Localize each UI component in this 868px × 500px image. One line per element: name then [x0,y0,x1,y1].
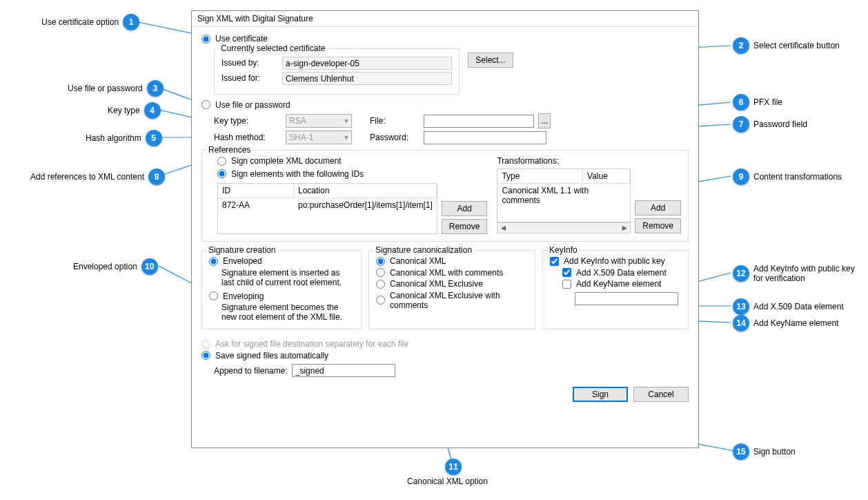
callout-9: 9Content transformations [733,169,842,185]
table-row[interactable]: 872-AA po:purchaseOrder[1]/items[1]/item… [218,198,437,212]
canon-xml-radio[interactable]: Canonical XML [376,256,446,266]
file-label: File: [370,116,420,126]
append-filename-input[interactable] [292,364,395,377]
trans-add-button[interactable]: Add [635,200,681,215]
hash-method-dropdown[interactable]: SHA-1 ▾ [286,131,352,144]
location-header[interactable]: Location [294,184,437,198]
sign-complete-label: Sign complete XML document [231,156,342,166]
trans-value-header[interactable]: Value [583,169,630,183]
file-input[interactable] [424,115,534,128]
use-file-password-radio[interactable]: Use file or password [201,100,290,110]
callout-7: 7Password field [733,116,807,133]
key-type-label: Key type: [214,116,282,126]
canon-xml-exclusive-radio[interactable]: Canonical XML Exclusive [376,279,483,289]
horizontal-scrollbar[interactable]: ◄ ► [497,222,631,233]
callout-3: Use file or password3 [68,80,164,97]
use-file-password-label: Use file or password [215,100,290,110]
chevron-down-icon: ▾ [344,133,348,142]
callout-4: Key type4 [108,102,161,119]
issued-for-label: Issued for: [221,73,278,83]
add-keyname-checkbox[interactable]: Add KeyName element [562,279,661,289]
canon-xml-exclusive-comments-radio[interactable]: Canonical XML Exclusive with comments [376,291,528,310]
enveloping-radio[interactable]: Enveloping [209,291,264,301]
sign-complete-radio[interactable]: Sign complete XML document [217,156,342,166]
cert-group-legend: Currently selected certificate [219,44,327,53]
callout-11: Canonical XML option [407,477,488,486]
issued-by-label: Issued by: [221,58,278,68]
callout-8: Add references to XML content8 [30,169,165,185]
callout-15: 15Sign button [733,443,796,460]
callout-13: 13Add X.509 Data element [733,298,844,315]
svg-line-0 [138,22,198,35]
enveloped-label: Enveloped [223,256,262,266]
issued-for-value: Clemens Uhlenhut [282,72,452,85]
select-certificate-button[interactable]: Select... [468,52,513,68]
enveloping-label: Enveloping [223,291,264,301]
callout-1: Use certificate option1 [41,14,139,30]
callout-6: 6PFX file [733,94,782,110]
cancel-button[interactable]: Cancel [633,387,689,402]
key-type-value: RSA [289,116,306,126]
keyname-input[interactable] [575,292,678,305]
callout-14: 14Add KeyName element [733,315,838,331]
save-auto-radio[interactable]: Save signed files automatically [201,351,328,360]
scroll-right-icon[interactable]: ► [619,223,630,233]
transformations-label: Transformations: [497,156,681,166]
callout-10: Enveloped option10 [73,258,158,275]
hash-method-label: Hash method: [214,133,282,142]
references-legend: References [206,145,253,155]
callout-2: 2Select certificate button [733,37,840,54]
enveloped-radio[interactable]: Enveloped [209,256,262,266]
password-label: Password: [370,133,420,142]
chevron-down-icon: ▾ [344,116,348,126]
use-certificate-label: Use certificate [215,34,268,44]
id-header[interactable]: ID [218,184,294,198]
sig-creation-legend: Signature creation [206,245,277,255]
key-type-dropdown[interactable]: RSA ▾ [286,114,352,128]
issued-by-value: a-sign-developer-05 [282,57,452,70]
canon-legend: Signature canonicalization [373,245,474,255]
use-certificate-radio[interactable]: Use certificate [201,34,268,44]
location-cell: po:purchaseOrder[1]/items[1]/item[1] [294,198,437,212]
callout-12: 12Add KeyInfo with public key for verifi… [733,264,864,283]
trans-type-header[interactable]: Type [497,169,583,183]
sign-button[interactable]: Sign [573,387,628,402]
id-cell: 872-AA [218,198,294,212]
append-filename-label: Append to filename: [214,366,288,376]
callout-11b: 11 [445,459,462,475]
trans-remove-button[interactable]: Remove [635,218,681,233]
sign-ids-label: Sign elements with the following IDs [231,169,364,179]
enveloped-desc: Signature element is inserted as last ch… [221,268,354,287]
add-keyinfo-checkbox[interactable]: Add KeyInfo with public key [550,256,665,266]
dialog-title: Sign XML with Digital Signature [192,11,698,27]
table-row[interactable]: Canonical XML 1.1 with comments [497,184,630,207]
refs-add-button[interactable]: Add [442,201,488,216]
callout-5: Hash algorithm5 [86,130,162,146]
password-input[interactable] [424,131,546,144]
canon-xml-comments-radio[interactable]: Canonical XML with comments [376,268,503,278]
sign-xml-dialog: Sign XML with Digital Signature Use cert… [191,10,699,448]
sign-ids-radio[interactable]: Sign elements with the following IDs [217,169,364,179]
refs-remove-button[interactable]: Remove [442,219,488,234]
file-browse-button[interactable]: ... [538,113,551,128]
ask-destination-radio: Ask for signed file destination separate… [201,339,408,349]
trans-type-cell: Canonical XML 1.1 with comments [497,184,630,207]
hash-method-value: SHA-1 [289,133,313,142]
enveloping-desc: Signature element becomes the new root e… [221,302,354,322]
add-x509-checkbox[interactable]: Add X.509 Data element [562,268,667,278]
keyinfo-legend: KeyInfo [547,245,580,255]
scroll-left-icon[interactable]: ◄ [497,223,509,233]
